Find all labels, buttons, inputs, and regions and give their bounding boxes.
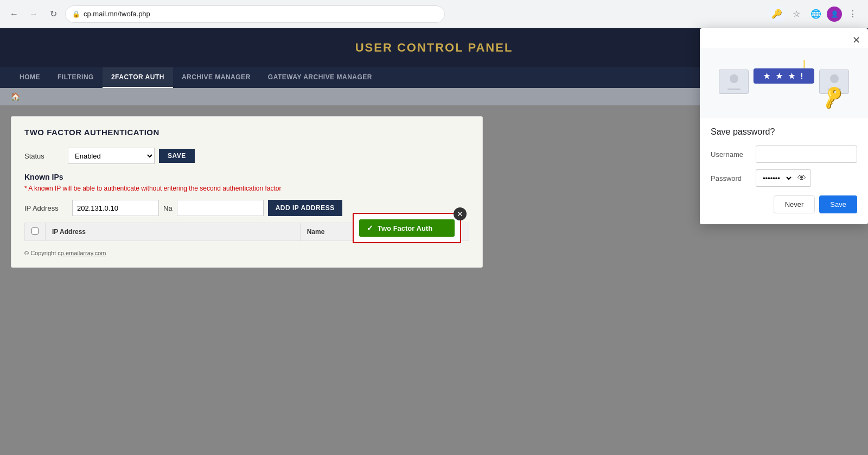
status-select[interactable]: Enabled Disabled — [68, 148, 155, 164]
save-password-panel: ✕ ★ ★ ★ ! | 🔑 Save password? Username — [700, 28, 868, 224]
status-label: Status — [24, 152, 68, 160]
copyright-link[interactable]: cp.emailarray.com — [58, 250, 106, 256]
username-label: Username — [711, 150, 751, 159]
reload-button[interactable]: ↻ — [46, 7, 61, 22]
name-label: Na — [163, 204, 173, 212]
browser-chrome: ← → ↻ 🔒 cp.mail.mn/twofa.php 🔑 ☆ 🌐 👤 ⋮ — [0, 0, 868, 28]
username-input[interactable] — [756, 146, 857, 163]
dropdown-close-button[interactable]: ✕ — [454, 207, 467, 220]
url-text: cp.mail.mn/twofa.php — [84, 10, 438, 18]
back-button[interactable]: ← — [7, 7, 22, 22]
password-field-wrapper: ••••••• 👁 — [756, 169, 857, 187]
ip-address-input[interactable] — [72, 200, 159, 216]
twofa-panel: TWO FACTOR AUTHENTICATION Status Enabled… — [11, 116, 483, 268]
known-ips-note: * A known IP will be able to authenticat… — [24, 185, 469, 192]
known-ips-title: Known IPs — [24, 173, 469, 181]
nav-item-filtering[interactable]: FILTERING — [49, 67, 103, 88]
never-button[interactable]: Never — [774, 195, 815, 213]
bookmark-icon[interactable]: ☆ — [788, 5, 805, 23]
password-field-row: Password ••••••• 👁 — [711, 169, 857, 187]
add-ip-button[interactable]: ADD IP ADDRESS — [268, 200, 342, 216]
app-container: USER CONTROL PANEL HOME FILTERING 2FACTO… — [0, 28, 868, 455]
nav-item-gateway[interactable]: GATEWAY ARCHIVE MANAGER — [259, 67, 381, 88]
save-pw-body: Save password? Username Password •••••••… — [700, 127, 868, 213]
profile-avatar[interactable]: 👤 — [827, 7, 842, 22]
illus-box-left — [719, 69, 749, 94]
save-password-button[interactable]: Save — [819, 195, 857, 213]
save-pw-header: ✕ — [700, 28, 868, 48]
copyright: © Copyright cp.emailarray.com — [24, 250, 469, 256]
address-bar[interactable]: 🔒 cp.mail.mn/twofa.php — [65, 5, 445, 23]
forward-button[interactable]: → — [26, 7, 41, 22]
illustration-container: ★ ★ ★ ! | 🔑 — [713, 53, 854, 113]
close-save-password-button[interactable]: ✕ — [848, 33, 864, 48]
translate-icon[interactable]: 🌐 — [807, 5, 825, 23]
check-icon: ✓ — [367, 224, 373, 232]
browser-actions: 🔑 ☆ 🌐 👤 ⋮ — [768, 5, 861, 23]
password-account-select[interactable]: ••••••• — [756, 169, 793, 187]
nav-item-2factor[interactable]: 2FACTOR AUTH — [103, 67, 173, 88]
password-chip: ★ ★ ★ ! — [754, 68, 814, 84]
nav-item-home[interactable]: HOME — [11, 67, 49, 88]
status-row: Status Enabled Disabled SAVE — [24, 148, 469, 164]
nav-item-archive[interactable]: ARCHIVE MANAGER — [173, 67, 259, 88]
home-breadcrumb-icon[interactable]: 🏠 — [11, 92, 20, 101]
name-input[interactable] — [177, 200, 264, 216]
more-options-icon[interactable]: ⋮ — [844, 5, 861, 23]
password-toggle-button[interactable]: 👁 — [793, 169, 810, 187]
password-manager-icon[interactable]: 🔑 — [768, 5, 786, 23]
username-field-row: Username — [711, 146, 857, 163]
save-pw-title: Save password? — [711, 127, 857, 137]
save-pw-actions: Never Save — [711, 195, 857, 213]
lock-icon: 🔒 — [72, 10, 80, 18]
section-title: TWO FACTOR AUTHENTICATION — [24, 128, 469, 137]
save-button[interactable]: SAVE — [159, 149, 195, 163]
option-label: Two Factor Auth — [378, 224, 432, 232]
type-dropdown-popup: ✕ ✓ Two Factor Auth — [353, 213, 461, 243]
ip-address-label: IP Address — [24, 204, 68, 212]
save-pw-illustration: ★ ★ ★ ! | 🔑 — [700, 48, 868, 118]
select-all-checkbox[interactable] — [31, 228, 39, 235]
col-ip-address: IP Address — [46, 223, 301, 241]
two-factor-auth-option[interactable]: ✓ Two Factor Auth — [359, 219, 455, 237]
password-label: Password — [711, 174, 751, 182]
